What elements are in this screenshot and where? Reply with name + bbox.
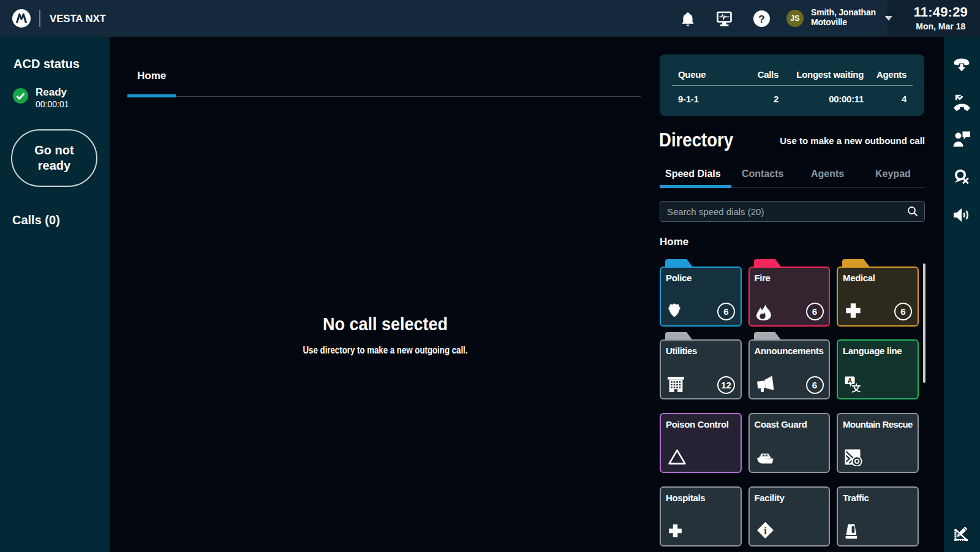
svg-text:A: A — [848, 377, 853, 384]
svg-text:?: ? — [758, 13, 764, 25]
svg-text:i: i — [764, 525, 767, 537]
